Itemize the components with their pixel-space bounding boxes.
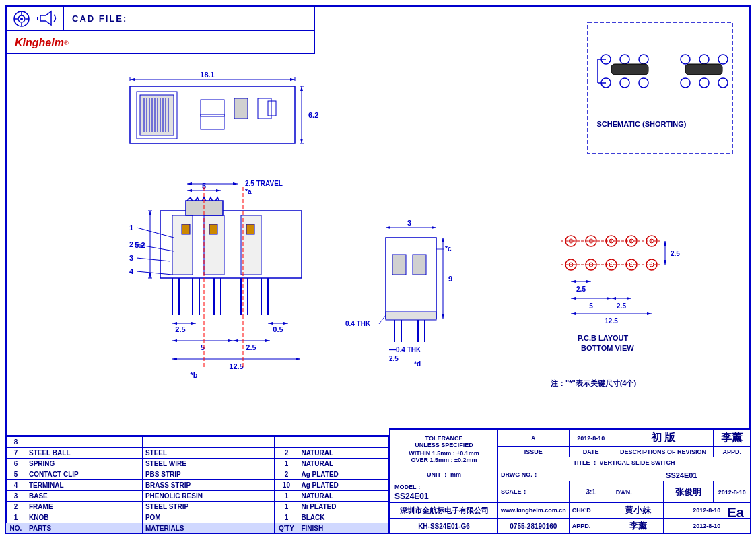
tolerance-line3: OVER 1.5mm : ±0.2mm <box>394 457 493 463</box>
part-number: KH-SS24E01-G6 <box>390 519 498 534</box>
brand-label: Kinghelm <box>15 37 64 49</box>
svg-marker-73 <box>172 322 177 325</box>
svg-text:*a: *a <box>245 188 252 195</box>
chkd-name: 黄小妹 <box>613 503 663 519</box>
bom-row-6-no: 6 <box>6 459 26 469</box>
svg-marker-81 <box>172 339 177 342</box>
svg-rect-24 <box>234 98 248 119</box>
svg-text:—0.4  THK: —0.4 THK <box>389 346 421 354</box>
svg-text:5: 5 <box>589 302 593 310</box>
bom-row-7-qty: 2 <box>275 448 298 459</box>
svg-text:2: 2 <box>129 240 133 248</box>
bom-row-5-finish: Ag PLATED <box>298 469 389 480</box>
svg-marker-116 <box>442 238 444 242</box>
svg-text:6.2: 6.2 <box>308 111 318 119</box>
svg-text:2.5: 2.5 <box>617 302 626 310</box>
svg-text:1: 1 <box>129 224 133 232</box>
tolerance-line1: UNLESS SPECIFIED <box>394 442 493 448</box>
company-name: 深圳市金航标电子有限公司 <box>390 503 498 519</box>
svg-rect-105 <box>413 255 426 275</box>
bom-row-3-parts: BASE <box>26 491 143 502</box>
info-block: TOLERANCE UNLESS SPECIFIED WITHIN 1.5mm … <box>389 428 751 534</box>
bom-row-8-qty <box>275 437 298 448</box>
svg-marker-112 <box>386 226 390 229</box>
dwn-label: DWN. <box>613 481 663 503</box>
svg-text:12.5: 12.5 <box>229 362 243 370</box>
bom-row-1-finish: BLACK <box>298 512 389 523</box>
bom-table: 8 7 STEEL BALL STEEL 2 NATURAL 6 SPRING … <box>5 435 389 534</box>
bom-row-5-no: 5 <box>6 469 26 480</box>
svg-text:0.5: 0.5 <box>273 325 283 333</box>
website: www.kinghelm.com.cn <box>498 503 570 519</box>
bom-row-2-finish: Ni PLATED <box>298 502 389 512</box>
svg-text:SCHEMATIC  (SHORTING): SCHEMATIC (SHORTING) <box>596 120 686 128</box>
svg-text:*c: *c <box>445 245 452 253</box>
bom-header-finish: FINISH <box>298 523 389 534</box>
target-icon <box>12 9 31 28</box>
unit-cell: UNIT ： mm <box>390 469 498 481</box>
bom-row-2-qty: 1 <box>275 502 298 512</box>
svg-marker-90 <box>296 358 300 360</box>
svg-text:*b: *b <box>191 371 198 379</box>
scale-label: SCALE： <box>498 481 570 503</box>
main-drawing: 18.1 6.2 5 2.5 TRAVEL *a 5.2 <box>5 5 751 423</box>
svg-marker-40 <box>187 189 192 192</box>
svg-rect-104 <box>392 255 406 275</box>
drwg-cell: DRWG NO.： <box>498 469 613 481</box>
svg-text:4: 4 <box>129 267 134 275</box>
bom-row-8-mat <box>142 437 275 448</box>
svg-marker-117 <box>442 314 444 319</box>
svg-text:P.C.B  LAYOUT: P.C.B LAYOUT <box>578 334 628 342</box>
model-row: MODEL： SS24E01 <box>390 481 498 503</box>
svg-rect-52 <box>182 224 190 234</box>
svg-marker-37 <box>300 139 303 143</box>
revision-col-a: A <box>498 430 570 447</box>
bom-row-1-no: 1 <box>6 512 26 523</box>
svg-marker-161 <box>611 297 616 300</box>
svg-rect-110 <box>386 312 436 320</box>
bom-row-1-parts: KNOB <box>26 512 143 523</box>
svg-marker-69 <box>149 211 151 215</box>
appd-label: APPD. <box>569 519 613 534</box>
bom-header-mat: MATERIALS <box>142 523 275 534</box>
svg-marker-153 <box>571 280 576 283</box>
bom-row-8-no: 8 <box>6 437 26 448</box>
revision-col-appd: APPD. <box>714 447 751 457</box>
brand-tm: ® <box>64 40 69 46</box>
svg-marker-165 <box>571 312 576 315</box>
svg-text:9: 9 <box>448 275 452 283</box>
svg-marker-149 <box>664 241 666 246</box>
svg-text:2.5: 2.5 <box>175 325 185 333</box>
bom-row-5-parts: CONTACT CLIP <box>26 469 143 480</box>
svg-marker-154 <box>586 280 591 283</box>
revision-name-1: 初 版 <box>613 430 714 447</box>
bom-row-2-mat: STEEL STRIP <box>142 502 275 512</box>
bom-row-4-mat: BRASS STRIP <box>142 480 275 491</box>
svg-marker-44 <box>187 182 192 185</box>
phone: 0755-28190160 <box>498 519 570 534</box>
bom-row-6-mat: STEEL WIRE <box>142 459 275 469</box>
bom-row-6-finish: NATURAL <box>298 459 389 469</box>
bom-row-3-qty: 1 <box>275 491 298 502</box>
svg-text:12.5: 12.5 <box>605 317 618 325</box>
svg-marker-82 <box>228 339 233 342</box>
title-block: CAD FILE: Kinghelm ® <box>5 5 315 54</box>
bom-row-5-qty: 2 <box>275 469 298 480</box>
bom-row-2-no: 2 <box>6 502 26 512</box>
bom-row-4-no: 4 <box>6 480 26 491</box>
bom-header-no: NO. <box>6 523 26 534</box>
appd-name: 李薰 <box>613 519 663 534</box>
bom-header-qty: Q'TY <box>275 523 298 534</box>
svg-text:2.5: 2.5 <box>246 343 256 352</box>
chkd-label: CHK'D <box>569 503 613 519</box>
drwg-value: SS24E01 <box>613 469 750 481</box>
bom-row-6-parts: SPRING <box>26 459 143 469</box>
svg-rect-171 <box>588 22 732 154</box>
svg-marker-30 <box>130 78 135 81</box>
svg-text:0.4  THK: 0.4 THK <box>345 320 371 327</box>
bom-header-parts: PARTS <box>26 523 143 534</box>
svg-marker-74 <box>191 322 196 325</box>
svg-marker-41 <box>216 189 221 192</box>
bom-row-6-qty: 1 <box>275 459 298 469</box>
bom-row-1-mat: POM <box>142 512 275 523</box>
